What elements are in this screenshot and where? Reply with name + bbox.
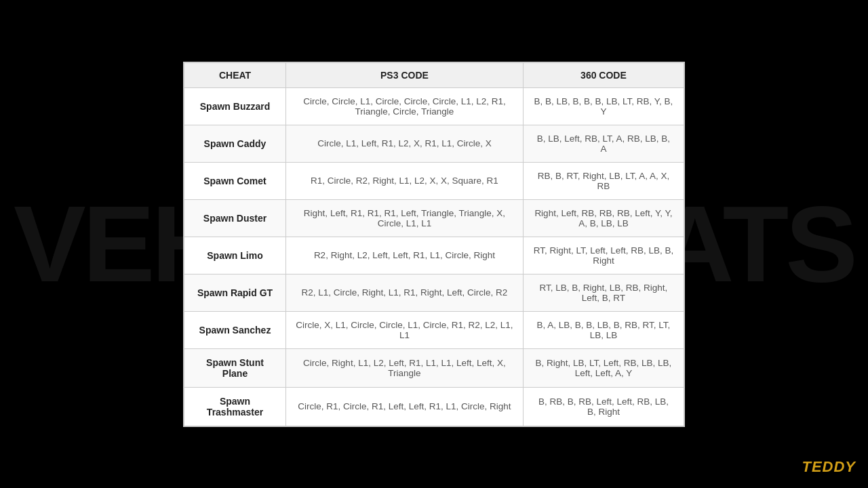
header-ps3: PS3 CODE [286, 62, 524, 87]
table-row: Spawn DusterRight, Left, R1, R1, R1, Lef… [184, 199, 684, 237]
cell-cheat: Spawn Limo [184, 237, 286, 274]
cell-360: RT, LB, B, Right, LB, RB, Right, Left, B… [523, 274, 684, 311]
cell-cheat: Spawn Duster [184, 199, 286, 237]
table-row: Spawn TrashmasterCircle, R1, Circle, R1,… [184, 387, 684, 426]
cell-360: B, LB, Left, RB, LT, A, RB, LB, B, A [523, 125, 684, 162]
table-header-row: CHEAT PS3 CODE 360 CODE [184, 62, 684, 87]
table-row: Spawn CaddyCircle, L1, Left, R1, L2, X, … [184, 125, 684, 162]
cell-ps3: Circle, R1, Circle, R1, Left, Left, R1, … [286, 387, 524, 426]
cell-cheat: Spawn Stunt Plane [184, 348, 286, 387]
cheat-table: CHEAT PS3 CODE 360 CODE Spawn BuzzardCir… [184, 62, 684, 426]
teddy-watermark: TEDDY [802, 458, 856, 476]
cell-ps3: R2, Right, L2, Left, Left, R1, L1, Circl… [286, 237, 524, 274]
cell-cheat: Spawn Caddy [184, 125, 286, 162]
cell-ps3: R1, Circle, R2, Right, L1, L2, X, X, Squ… [286, 162, 524, 199]
cheat-table-container: CHEAT PS3 CODE 360 CODE Spawn BuzzardCir… [183, 62, 685, 427]
cell-ps3: Circle, Circle, L1, Circle, Circle, Circ… [286, 87, 524, 125]
table-row: Spawn CometR1, Circle, R2, Right, L1, L2… [184, 162, 684, 199]
header-360: 360 CODE [523, 62, 684, 87]
cell-ps3: Circle, L1, Left, R1, L2, X, R1, L1, Cir… [286, 125, 524, 162]
cell-360: RB, B, RT, Right, LB, LT, A, A, X, RB [523, 162, 684, 199]
cell-360: B, Right, LB, LT, Left, RB, LB, LB, Left… [523, 348, 684, 387]
cell-cheat: Spawn Trashmaster [184, 387, 286, 426]
cell-cheat: Spawn Rapid GT [184, 274, 286, 311]
table-row: Spawn LimoR2, Right, L2, Left, Left, R1,… [184, 237, 684, 274]
cell-360: Right, Left, RB, RB, RB, Left, Y, Y, A, … [523, 199, 684, 237]
cell-ps3: Circle, Right, L1, L2, Left, R1, L1, L1,… [286, 348, 524, 387]
table-row: Spawn Rapid GTR2, L1, Circle, Right, L1,… [184, 274, 684, 311]
table-row: Spawn Stunt PlaneCircle, Right, L1, L2, … [184, 348, 684, 387]
table-row: Spawn BuzzardCircle, Circle, L1, Circle,… [184, 87, 684, 125]
cell-ps3: Right, Left, R1, R1, R1, Left, Triangle,… [286, 199, 524, 237]
cell-360: B, A, LB, B, B, LB, B, RB, RT, LT, LB, L… [523, 311, 684, 348]
cell-360: RT, Right, LT, Left, Left, RB, LB, B, Ri… [523, 237, 684, 274]
cell-cheat: Spawn Comet [184, 162, 286, 199]
background-text-right: ATS [656, 182, 854, 306]
cell-cheat: Spawn Buzzard [184, 87, 286, 125]
cell-360: B, B, LB, B, B, B, LB, LT, RB, Y, B, Y [523, 87, 684, 125]
cell-ps3: R2, L1, Circle, Right, L1, R1, Right, Le… [286, 274, 524, 311]
cell-cheat: Spawn Sanchez [184, 311, 286, 348]
header-cheat: CHEAT [184, 62, 286, 87]
table-row: Spawn SanchezCircle, X, L1, Circle, Circ… [184, 311, 684, 348]
cell-ps3: Circle, X, L1, Circle, Circle, L1, Circl… [286, 311, 524, 348]
cell-360: B, RB, B, RB, Left, Left, RB, LB, B, Rig… [523, 387, 684, 426]
